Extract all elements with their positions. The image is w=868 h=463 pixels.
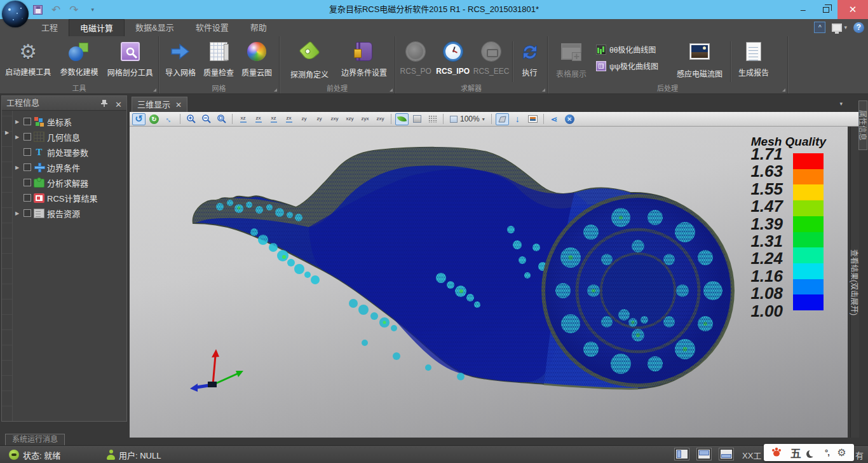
ime-fullhalf-icon[interactable] — [809, 449, 817, 457]
checkbox[interactable] — [24, 163, 31, 171]
zoom-dropdown-icon[interactable]: ▾ — [482, 116, 485, 122]
zoom-in-icon[interactable] — [184, 113, 198, 125]
checkbox[interactable] — [24, 194, 31, 202]
tree-item-coordinate-system[interactable]: ▶ 坐标系 — [13, 114, 125, 129]
launch-modeler-button[interactable]: ⚙ 启动建模工具 — [3, 39, 53, 77]
quick-access-dropdown-icon[interactable]: ▾ — [92, 6, 95, 13]
pan-icon[interactable]: ↔ — [163, 113, 176, 125]
rcs-ipo-button[interactable]: RCS_IPO — [434, 39, 472, 76]
rotate-icon[interactable]: ↺ — [132, 113, 146, 125]
menu-tab-project[interactable]: 工程 — [31, 19, 69, 36]
clip-plane-icon[interactable] — [496, 113, 509, 125]
view-orientation-button[interactable]: zxy — [374, 113, 387, 125]
expander-icon[interactable]: ▶ — [13, 211, 21, 216]
properties-collapsed-tab[interactable]: 属性信息 — [858, 100, 867, 150]
group-expand-icon[interactable] — [153, 88, 156, 92]
checkbox[interactable] — [24, 179, 31, 186]
parametric-modeling-button[interactable]: 参数化建模 — [53, 39, 104, 77]
generate-report-button[interactable]: 生成报告 — [733, 39, 775, 78]
menu-tab-data-display[interactable]: 数据&显示 — [125, 19, 185, 36]
layout-top-panel-button[interactable] — [697, 448, 711, 460]
share-view-icon[interactable]: ⋖ — [548, 113, 561, 125]
ime-punctuation-label[interactable]: °, — [825, 448, 829, 457]
view-orientation-button[interactable]: xzy — [343, 113, 356, 125]
render-solid-icon[interactable] — [410, 113, 424, 125]
group-expand-icon[interactable] — [274, 88, 277, 92]
checkbox[interactable] — [24, 133, 31, 141]
tree-item-analysis-solver[interactable]: 分析求解器 — [13, 175, 125, 190]
zoom-fit-icon[interactable] — [215, 113, 228, 125]
psi-polarization-curve-button[interactable]: ψψ极化曲线图 — [596, 60, 667, 71]
app-logo[interactable] — [2, 1, 29, 27]
quality-cloud-button[interactable]: 质量云图 — [238, 39, 276, 78]
close-tab-icon[interactable]: ✕ — [175, 98, 182, 112]
undo-icon[interactable]: ↶ — [51, 4, 60, 15]
help-icon[interactable]: ? — [853, 22, 864, 33]
view-orientation-button[interactable]: zy — [313, 113, 326, 125]
execute-button[interactable]: 执行 — [515, 39, 545, 78]
tree-item-geometry-info[interactable]: ▶ 几何信息 — [13, 129, 125, 144]
group-expand-icon[interactable] — [390, 88, 393, 92]
zoom-out-icon[interactable] — [200, 113, 213, 125]
import-mesh-button[interactable]: 导入网格 — [161, 39, 200, 78]
tree-item-preprocess-params[interactable]: T 前处理参数 — [13, 144, 125, 160]
collapse-ribbon-icon[interactable]: ^ — [814, 22, 825, 33]
view-orientation-button[interactable]: xz — [236, 113, 250, 125]
close-button[interactable]: ✕ — [837, 0, 868, 19]
results-collapsed-panel[interactable]: 查看结果(双击展开) — [850, 127, 859, 438]
induced-current-map-button[interactable]: 感应电磁流图 — [671, 39, 728, 79]
group-expand-icon[interactable] — [542, 88, 545, 92]
view-orientation-button[interactable]: zyx — [358, 113, 372, 125]
quality-check-button[interactable]: 质量检查 — [200, 39, 238, 78]
menu-tab-settings[interactable]: 软件设置 — [185, 19, 240, 36]
tree-item-report-resources[interactable]: ▶ 报告资源 — [13, 205, 125, 221]
view-orientation-button[interactable]: xz — [267, 113, 280, 125]
checkbox[interactable] — [24, 209, 31, 217]
tree-item-rcs-results[interactable]: RCS计算结果 — [13, 190, 125, 205]
boundary-setting-button[interactable]: 边界条件设置 — [337, 39, 391, 78]
close-panel-icon[interactable]: ✕ — [115, 98, 122, 112]
tab-3d-display[interactable]: 三维显示 ✕ — [132, 97, 187, 112]
group-expand-icon[interactable] — [782, 88, 785, 92]
zoom-level-control[interactable]: 100% ▾ — [447, 113, 487, 125]
ime-logo-icon[interactable] — [771, 446, 782, 459]
rcs-po-button[interactable]: RCS_PO — [398, 39, 434, 76]
menu-tab-help[interactable]: 帮助 — [240, 19, 278, 36]
view-orientation-button[interactable]: zy — [297, 113, 311, 125]
pin-icon[interactable] — [100, 99, 109, 107]
probe-angle-button[interactable]: 探测角定义 — [282, 39, 337, 79]
close-view-icon[interactable]: ✕ — [563, 113, 576, 125]
gutter-arrow-icon[interactable]: ▶ — [5, 130, 9, 135]
ime-mode-label[interactable]: 五 — [790, 445, 801, 460]
viewport-3d[interactable]: Mesh Quality 1.71 1.63 1.55 1.47 1.39 1.… — [130, 127, 848, 438]
view-orientation-button[interactable]: zx — [282, 113, 295, 125]
theta-polarization-curve-button[interactable]: θθ极化曲线图 — [596, 44, 667, 55]
mesh-partition-tool-button[interactable]: 网格剖分工具 — [105, 39, 156, 78]
table-show-button[interactable]: 表格展示 — [550, 39, 592, 79]
tab-list-dropdown-icon[interactable]: ▾ — [839, 100, 843, 107]
expander-icon[interactable]: ▶ — [13, 134, 21, 140]
layout-bottom-panel-button[interactable] — [719, 448, 733, 460]
display-style-icon[interactable] — [832, 24, 842, 32]
ime-settings-icon[interactable]: ⚙ — [837, 446, 846, 459]
expander-icon[interactable]: ▶ — [13, 119, 21, 125]
restore-button[interactable] — [815, 0, 837, 19]
redo-icon[interactable]: ↷ — [69, 4, 78, 15]
refresh-view-icon[interactable]: ↻ — [147, 113, 161, 125]
display-style-caret-icon[interactable]: ▾ — [844, 24, 847, 31]
view-orientation-button[interactable]: zx — [252, 113, 265, 125]
layout-left-panel-button[interactable] — [675, 448, 689, 460]
system-messages-tab[interactable]: 系统运行消息 — [5, 434, 65, 445]
expander-icon[interactable]: ▶ — [13, 165, 21, 170]
import-view-icon[interactable]: ↓ — [511, 113, 524, 125]
minimize-button[interactable]: – — [792, 0, 815, 19]
render-smooth-icon[interactable] — [395, 113, 409, 125]
save-icon[interactable] — [33, 5, 43, 15]
rcs-eec-button[interactable]: RCS_EEC — [472, 39, 510, 76]
checkbox[interactable] — [24, 118, 31, 125]
tree-item-boundary-conditions[interactable]: ▶ 边界条件 — [13, 160, 125, 175]
snapshot-icon[interactable] — [526, 113, 539, 125]
view-orientation-button[interactable]: zxy — [328, 113, 341, 125]
render-wireframe-icon[interactable] — [426, 113, 439, 125]
menu-tab-em-compute[interactable]: 电磁计算 — [69, 19, 125, 36]
